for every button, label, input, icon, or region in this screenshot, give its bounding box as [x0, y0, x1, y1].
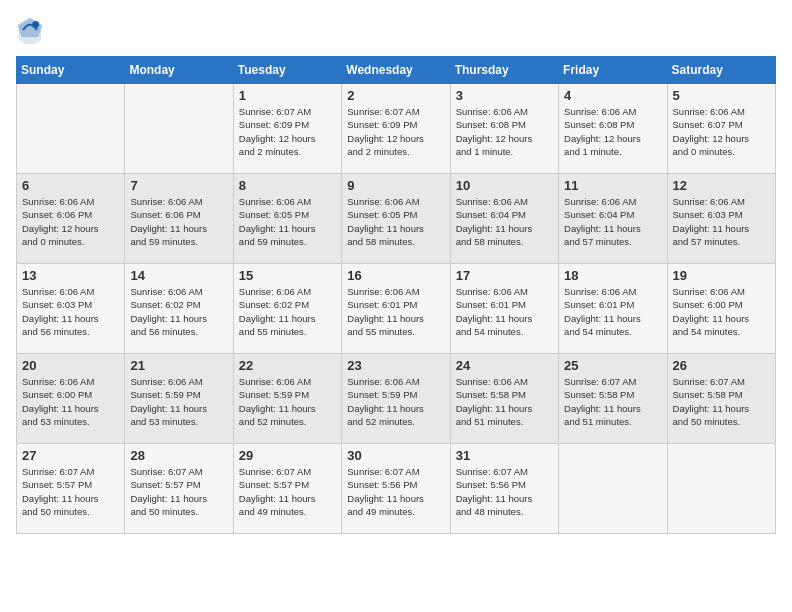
calendar-cell: 15Sunrise: 6:06 AMSunset: 6:02 PMDayligh…	[233, 264, 341, 354]
calendar-cell: 22Sunrise: 6:06 AMSunset: 5:59 PMDayligh…	[233, 354, 341, 444]
day-number: 2	[347, 88, 444, 103]
calendar-cell: 26Sunrise: 6:07 AMSunset: 5:58 PMDayligh…	[667, 354, 775, 444]
day-number: 29	[239, 448, 336, 463]
day-info: Sunrise: 6:06 AMSunset: 6:08 PMDaylight:…	[456, 105, 553, 158]
column-header-wednesday: Wednesday	[342, 57, 450, 84]
day-info: Sunrise: 6:06 AMSunset: 5:59 PMDaylight:…	[347, 375, 444, 428]
calendar-cell: 2Sunrise: 6:07 AMSunset: 6:09 PMDaylight…	[342, 84, 450, 174]
day-info: Sunrise: 6:06 AMSunset: 6:04 PMDaylight:…	[564, 195, 661, 248]
calendar-week-3: 13Sunrise: 6:06 AMSunset: 6:03 PMDayligh…	[17, 264, 776, 354]
calendar-cell	[125, 84, 233, 174]
day-info: Sunrise: 6:06 AMSunset: 6:02 PMDaylight:…	[239, 285, 336, 338]
day-info: Sunrise: 6:06 AMSunset: 6:06 PMDaylight:…	[22, 195, 119, 248]
day-number: 31	[456, 448, 553, 463]
day-number: 3	[456, 88, 553, 103]
day-info: Sunrise: 6:07 AMSunset: 5:58 PMDaylight:…	[564, 375, 661, 428]
day-info: Sunrise: 6:07 AMSunset: 6:09 PMDaylight:…	[239, 105, 336, 158]
day-info: Sunrise: 6:06 AMSunset: 5:59 PMDaylight:…	[239, 375, 336, 428]
day-info: Sunrise: 6:06 AMSunset: 6:00 PMDaylight:…	[22, 375, 119, 428]
day-info: Sunrise: 6:07 AMSunset: 5:57 PMDaylight:…	[239, 465, 336, 518]
calendar-cell	[17, 84, 125, 174]
calendar-cell: 20Sunrise: 6:06 AMSunset: 6:00 PMDayligh…	[17, 354, 125, 444]
page-header	[16, 16, 776, 44]
day-number: 1	[239, 88, 336, 103]
day-number: 8	[239, 178, 336, 193]
day-info: Sunrise: 6:06 AMSunset: 6:03 PMDaylight:…	[22, 285, 119, 338]
day-info: Sunrise: 6:06 AMSunset: 6:08 PMDaylight:…	[564, 105, 661, 158]
calendar-cell: 31Sunrise: 6:07 AMSunset: 5:56 PMDayligh…	[450, 444, 558, 534]
calendar-header-row: SundayMondayTuesdayWednesdayThursdayFrid…	[17, 57, 776, 84]
column-header-tuesday: Tuesday	[233, 57, 341, 84]
day-info: Sunrise: 6:07 AMSunset: 5:58 PMDaylight:…	[673, 375, 770, 428]
day-number: 7	[130, 178, 227, 193]
column-header-sunday: Sunday	[17, 57, 125, 84]
day-number: 14	[130, 268, 227, 283]
calendar-cell: 14Sunrise: 6:06 AMSunset: 6:02 PMDayligh…	[125, 264, 233, 354]
calendar-week-1: 1Sunrise: 6:07 AMSunset: 6:09 PMDaylight…	[17, 84, 776, 174]
day-number: 27	[22, 448, 119, 463]
day-number: 21	[130, 358, 227, 373]
calendar-cell: 11Sunrise: 6:06 AMSunset: 6:04 PMDayligh…	[559, 174, 667, 264]
day-number: 13	[22, 268, 119, 283]
day-number: 19	[673, 268, 770, 283]
day-info: Sunrise: 6:06 AMSunset: 6:02 PMDaylight:…	[130, 285, 227, 338]
day-number: 16	[347, 268, 444, 283]
calendar-cell: 25Sunrise: 6:07 AMSunset: 5:58 PMDayligh…	[559, 354, 667, 444]
calendar-cell: 8Sunrise: 6:06 AMSunset: 6:05 PMDaylight…	[233, 174, 341, 264]
calendar-cell: 19Sunrise: 6:06 AMSunset: 6:00 PMDayligh…	[667, 264, 775, 354]
calendar-cell: 28Sunrise: 6:07 AMSunset: 5:57 PMDayligh…	[125, 444, 233, 534]
svg-marker-1	[17, 17, 42, 37]
day-info: Sunrise: 6:06 AMSunset: 6:00 PMDaylight:…	[673, 285, 770, 338]
day-number: 26	[673, 358, 770, 373]
day-info: Sunrise: 6:07 AMSunset: 6:09 PMDaylight:…	[347, 105, 444, 158]
day-number: 17	[456, 268, 553, 283]
calendar-cell: 30Sunrise: 6:07 AMSunset: 5:56 PMDayligh…	[342, 444, 450, 534]
calendar-cell: 9Sunrise: 6:06 AMSunset: 6:05 PMDaylight…	[342, 174, 450, 264]
day-info: Sunrise: 6:06 AMSunset: 6:01 PMDaylight:…	[347, 285, 444, 338]
svg-point-2	[32, 21, 39, 28]
calendar-cell	[559, 444, 667, 534]
logo-icon	[16, 16, 44, 44]
calendar-cell: 4Sunrise: 6:06 AMSunset: 6:08 PMDaylight…	[559, 84, 667, 174]
day-info: Sunrise: 6:06 AMSunset: 5:58 PMDaylight:…	[456, 375, 553, 428]
day-info: Sunrise: 6:06 AMSunset: 5:59 PMDaylight:…	[130, 375, 227, 428]
day-number: 28	[130, 448, 227, 463]
calendar-cell: 21Sunrise: 6:06 AMSunset: 5:59 PMDayligh…	[125, 354, 233, 444]
day-info: Sunrise: 6:06 AMSunset: 6:01 PMDaylight:…	[564, 285, 661, 338]
calendar-cell: 23Sunrise: 6:06 AMSunset: 5:59 PMDayligh…	[342, 354, 450, 444]
calendar-cell: 10Sunrise: 6:06 AMSunset: 6:04 PMDayligh…	[450, 174, 558, 264]
day-number: 23	[347, 358, 444, 373]
column-header-monday: Monday	[125, 57, 233, 84]
calendar-cell: 3Sunrise: 6:06 AMSunset: 6:08 PMDaylight…	[450, 84, 558, 174]
day-number: 15	[239, 268, 336, 283]
calendar-cell: 6Sunrise: 6:06 AMSunset: 6:06 PMDaylight…	[17, 174, 125, 264]
day-number: 9	[347, 178, 444, 193]
column-header-friday: Friday	[559, 57, 667, 84]
column-header-saturday: Saturday	[667, 57, 775, 84]
day-number: 6	[22, 178, 119, 193]
calendar-cell: 27Sunrise: 6:07 AMSunset: 5:57 PMDayligh…	[17, 444, 125, 534]
day-info: Sunrise: 6:06 AMSunset: 6:05 PMDaylight:…	[239, 195, 336, 248]
day-info: Sunrise: 6:07 AMSunset: 5:57 PMDaylight:…	[130, 465, 227, 518]
calendar-week-2: 6Sunrise: 6:06 AMSunset: 6:06 PMDaylight…	[17, 174, 776, 264]
day-info: Sunrise: 6:07 AMSunset: 5:56 PMDaylight:…	[347, 465, 444, 518]
day-info: Sunrise: 6:06 AMSunset: 6:07 PMDaylight:…	[673, 105, 770, 158]
day-number: 20	[22, 358, 119, 373]
calendar-cell: 18Sunrise: 6:06 AMSunset: 6:01 PMDayligh…	[559, 264, 667, 354]
calendar-cell: 17Sunrise: 6:06 AMSunset: 6:01 PMDayligh…	[450, 264, 558, 354]
day-info: Sunrise: 6:07 AMSunset: 5:56 PMDaylight:…	[456, 465, 553, 518]
calendar-cell: 7Sunrise: 6:06 AMSunset: 6:06 PMDaylight…	[125, 174, 233, 264]
calendar-cell	[667, 444, 775, 534]
calendar-table: SundayMondayTuesdayWednesdayThursdayFrid…	[16, 56, 776, 534]
day-number: 18	[564, 268, 661, 283]
calendar-cell: 29Sunrise: 6:07 AMSunset: 5:57 PMDayligh…	[233, 444, 341, 534]
day-info: Sunrise: 6:06 AMSunset: 6:03 PMDaylight:…	[673, 195, 770, 248]
calendar-cell: 12Sunrise: 6:06 AMSunset: 6:03 PMDayligh…	[667, 174, 775, 264]
day-info: Sunrise: 6:06 AMSunset: 6:06 PMDaylight:…	[130, 195, 227, 248]
calendar-cell: 16Sunrise: 6:06 AMSunset: 6:01 PMDayligh…	[342, 264, 450, 354]
day-info: Sunrise: 6:06 AMSunset: 6:05 PMDaylight:…	[347, 195, 444, 248]
calendar-cell: 5Sunrise: 6:06 AMSunset: 6:07 PMDaylight…	[667, 84, 775, 174]
day-number: 4	[564, 88, 661, 103]
logo	[16, 16, 48, 44]
day-info: Sunrise: 6:06 AMSunset: 6:01 PMDaylight:…	[456, 285, 553, 338]
